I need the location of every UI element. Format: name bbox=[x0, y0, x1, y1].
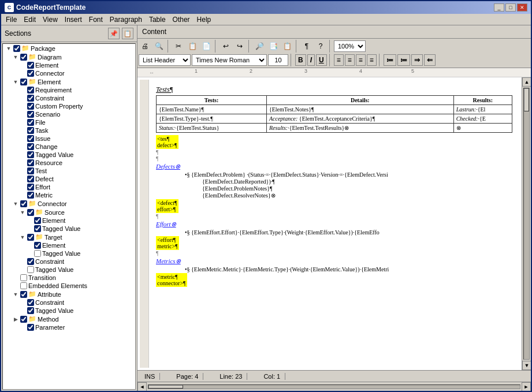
tree-item-element-d[interactable]: Element bbox=[3, 61, 135, 69]
underline-button[interactable]: U bbox=[316, 54, 327, 66]
checkbox-taggedvalue[interactable] bbox=[27, 151, 34, 158]
font-select[interactable]: Times New Roman bbox=[192, 54, 267, 66]
checkbox-resource[interactable] bbox=[27, 159, 34, 166]
expander-diagram[interactable]: ▼ bbox=[12, 54, 19, 60]
zoom-select[interactable]: 100% 75% 150% bbox=[334, 40, 366, 52]
tree-item-constraint-a[interactable]: Constraint bbox=[3, 298, 135, 307]
close-button[interactable]: ✕ bbox=[517, 3, 527, 12]
checkbox-change[interactable] bbox=[27, 143, 34, 150]
checkbox-element-source[interactable] bbox=[34, 217, 41, 224]
scroll-up-button[interactable]: ▲ bbox=[522, 77, 531, 87]
checkbox-tv-target[interactable] bbox=[34, 250, 41, 257]
tree-item-connector[interactable]: ▼ 📁 Connector bbox=[3, 199, 135, 208]
checkbox-tv-attribute[interactable] bbox=[27, 307, 34, 314]
checkbox-requirement[interactable] bbox=[27, 87, 34, 94]
justify-button[interactable]: ≡ bbox=[367, 54, 377, 66]
align-left-button[interactable]: ≡ bbox=[334, 54, 344, 66]
checkbox-element-target[interactable] bbox=[34, 242, 41, 249]
expander-method[interactable]: ▶ bbox=[12, 316, 19, 322]
checkbox-element[interactable] bbox=[20, 79, 27, 85]
menu-font[interactable]: Font bbox=[85, 14, 106, 25]
tree-item-tv-connector[interactable]: Tagged Value bbox=[3, 266, 135, 274]
print-button[interactable]: 🖨 bbox=[139, 40, 151, 53]
tree-item-constraint[interactable]: Constraint bbox=[3, 94, 135, 102]
checkbox-tv-source[interactable] bbox=[34, 225, 41, 232]
checkbox-customprop[interactable] bbox=[27, 103, 34, 110]
checkbox-file[interactable] bbox=[27, 119, 34, 126]
checkbox-connector-d[interactable] bbox=[27, 70, 34, 77]
menu-file[interactable]: File bbox=[2, 14, 20, 25]
undo-button[interactable]: ↩ bbox=[220, 40, 232, 53]
tree-item-target[interactable]: ▼ 📁 Target bbox=[3, 233, 135, 241]
tree-item-metric[interactable]: Metric bbox=[3, 191, 135, 199]
checkbox-task[interactable] bbox=[27, 127, 34, 134]
checkbox-target[interactable] bbox=[27, 234, 34, 241]
indent-less-button[interactable]: ⇐ bbox=[424, 54, 436, 66]
tree-item-parameter[interactable]: Parameter bbox=[3, 323, 135, 331]
tree-item-task[interactable]: Task bbox=[3, 126, 135, 135]
checkbox-connector[interactable] bbox=[20, 200, 27, 207]
expander-element[interactable]: ▼ bbox=[12, 79, 19, 85]
maximize-button[interactable]: □ bbox=[505, 3, 516, 12]
checkbox-test[interactable] bbox=[27, 167, 34, 174]
tree-item-embedded[interactable]: Embedded Elements bbox=[3, 282, 135, 290]
tree-item-element-target[interactable]: Element bbox=[3, 241, 135, 249]
expander-connector[interactable]: ▼ bbox=[12, 201, 19, 207]
checkbox-constraint-c[interactable] bbox=[27, 258, 34, 265]
tree-item-customprop[interactable]: Custom Property bbox=[3, 102, 135, 110]
print-preview-button[interactable]: 🔍 bbox=[152, 40, 165, 53]
align-right-button[interactable]: ≡ bbox=[356, 54, 366, 66]
tree-view[interactable]: ▼ 📁 Package ▼ 📁 Diagram bbox=[2, 43, 136, 390]
list-icon-btn[interactable]: 📋 bbox=[122, 28, 133, 39]
expander-package[interactable]: ▼ bbox=[5, 46, 12, 51]
tree-item-change[interactable]: Change bbox=[3, 143, 135, 151]
checkbox-element-d[interactable] bbox=[27, 62, 34, 69]
menu-table[interactable]: Table bbox=[146, 14, 169, 25]
tree-item-element[interactable]: ▼ 📁 Element bbox=[3, 77, 135, 86]
tree-item-diagram[interactable]: ▼ 📁 Diagram bbox=[3, 53, 135, 61]
tree-item-tv-attribute[interactable]: Tagged Value bbox=[3, 307, 135, 315]
find-button[interactable]: 🔎 bbox=[253, 40, 266, 53]
style-select[interactable]: List Header bbox=[139, 54, 191, 66]
tree-item-constraint-c[interactable]: Constraint bbox=[3, 257, 135, 266]
content-area[interactable]: Tests¶ Tests: Details: Results: {ElemTes… bbox=[137, 77, 522, 370]
checkbox-parameter[interactable] bbox=[27, 324, 34, 331]
checkbox-embedded[interactable] bbox=[20, 282, 27, 289]
cut-button[interactable]: ✂ bbox=[172, 40, 185, 53]
bullet-list-button[interactable]: ≔ bbox=[397, 54, 410, 66]
bold-button[interactable]: B bbox=[295, 54, 306, 66]
tree-item-connector-d[interactable]: Connector bbox=[3, 69, 135, 77]
copy2-button[interactable]: 📑 bbox=[267, 40, 280, 53]
font-size-input[interactable] bbox=[268, 54, 288, 66]
scroll-track[interactable] bbox=[523, 88, 530, 360]
tree-item-element-source[interactable]: Element bbox=[3, 216, 135, 225]
menu-view[interactable]: View bbox=[39, 14, 61, 25]
menu-help[interactable]: Help bbox=[194, 14, 215, 25]
tree-item-file[interactable]: File bbox=[3, 118, 135, 126]
redo-button[interactable]: ↪ bbox=[233, 40, 246, 53]
expander-target[interactable]: ▼ bbox=[19, 234, 26, 240]
scroll-down-button[interactable]: ▼ bbox=[522, 361, 531, 370]
checkbox-diagram[interactable] bbox=[20, 54, 27, 61]
checkbox-attribute[interactable] bbox=[20, 291, 27, 298]
pin-icon-btn[interactable]: 📌 bbox=[108, 28, 120, 39]
checkbox-effort[interactable] bbox=[27, 184, 34, 191]
menu-paragraph[interactable]: Paragraph bbox=[106, 14, 146, 25]
checkbox-transition[interactable] bbox=[20, 274, 27, 281]
paste2-button[interactable]: 📋 bbox=[281, 40, 293, 53]
scroll-left-button[interactable]: ◄ bbox=[137, 382, 147, 391]
checkbox-constraint[interactable] bbox=[27, 95, 34, 102]
tree-item-scenario[interactable]: Scenario bbox=[3, 110, 135, 118]
minimize-button[interactable]: _ bbox=[494, 3, 504, 12]
align-center-button[interactable]: ≡ bbox=[345, 54, 355, 66]
tree-item-package[interactable]: ▼ 📁 Package bbox=[3, 44, 135, 53]
checkbox-tv-connector[interactable] bbox=[27, 266, 34, 273]
tree-item-effort[interactable]: Effort bbox=[3, 183, 135, 191]
scroll-right-button[interactable]: ► bbox=[522, 382, 531, 391]
tree-item-resource[interactable]: Resource bbox=[3, 159, 135, 167]
expander-source[interactable]: ▼ bbox=[19, 210, 26, 215]
checkbox-constraint-a[interactable] bbox=[27, 299, 34, 306]
menu-insert[interactable]: Insert bbox=[61, 14, 85, 25]
checkbox-metric[interactable] bbox=[27, 192, 34, 199]
tree-item-source[interactable]: ▼ 📁 Source bbox=[3, 208, 135, 216]
